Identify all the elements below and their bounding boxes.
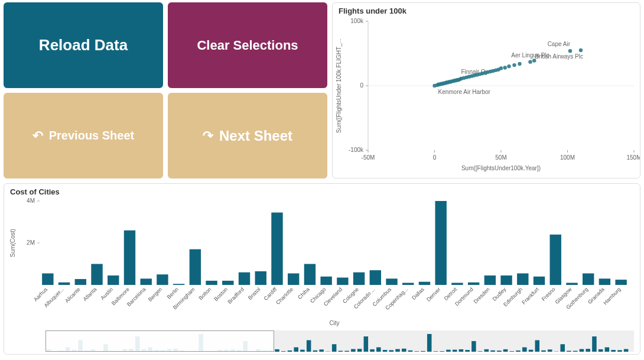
svg-rect-237 <box>624 349 629 352</box>
svg-text:150M: 150M <box>626 154 640 161</box>
svg-rect-192 <box>339 351 343 352</box>
svg-rect-75 <box>58 283 70 285</box>
svg-rect-214 <box>478 351 483 352</box>
svg-rect-131 <box>517 273 528 285</box>
button-label: Next Sheet <box>219 128 292 144</box>
svg-text:Sum([FlightsUnder100k.Year]): Sum([FlightsUnder100k.Year]) <box>461 165 541 171</box>
scatter-plot[interactable]: 100k0-100k-50M050M100M150MSum([FlightsUn… <box>333 15 640 174</box>
svg-rect-123 <box>451 283 463 285</box>
svg-rect-113 <box>370 270 381 285</box>
svg-rect-81 <box>108 275 119 285</box>
svg-rect-97 <box>239 273 250 285</box>
overview-window[interactable] <box>45 330 274 352</box>
cost-of-cities-chart[interactable]: Cost of Cities 4M2MSum(Cost)AarhusAlbuqu… <box>4 183 640 355</box>
svg-text:100k: 100k <box>350 18 364 24</box>
svg-text:Austin: Austin <box>99 286 114 301</box>
button-label: Reload Data <box>39 36 128 54</box>
svg-rect-141 <box>599 278 610 285</box>
svg-rect-227 <box>560 344 565 352</box>
svg-rect-105 <box>304 264 316 286</box>
svg-text:-100k: -100k <box>349 147 364 153</box>
svg-rect-211 <box>459 349 464 352</box>
svg-rect-231 <box>586 349 590 352</box>
svg-rect-209 <box>446 350 451 352</box>
svg-text:City: City <box>329 320 339 326</box>
svg-point-57 <box>503 66 507 69</box>
svg-text:0: 0 <box>360 82 363 89</box>
svg-text:Bolton: Bolton <box>197 286 212 301</box>
svg-rect-218 <box>503 349 508 352</box>
svg-rect-184 <box>288 351 292 352</box>
svg-rect-235 <box>611 350 616 352</box>
svg-rect-182 <box>275 349 279 352</box>
svg-rect-225 <box>548 349 552 352</box>
svg-rect-212 <box>465 350 470 352</box>
svg-point-58 <box>507 64 510 68</box>
svg-text:Sum([FlightsUnder 100k.FLIGHT_: Sum([FlightsUnder 100k.FLIGHT_... <box>336 38 342 133</box>
svg-rect-194 <box>351 349 356 352</box>
svg-rect-224 <box>541 351 546 352</box>
svg-rect-206 <box>427 334 432 352</box>
svg-rect-215 <box>484 349 489 352</box>
svg-rect-87 <box>157 274 168 285</box>
svg-rect-202 <box>402 349 406 352</box>
svg-rect-210 <box>453 350 457 352</box>
svg-text:Kenmore Air Harbor: Kenmore Air Harbor <box>438 89 491 95</box>
clear-selections-button[interactable]: Clear Selections <box>168 2 327 88</box>
svg-rect-201 <box>395 349 400 352</box>
svg-point-61 <box>528 60 532 63</box>
chart-title: Flights under 100k <box>333 3 640 15</box>
svg-text:0: 0 <box>433 154 437 161</box>
svg-rect-219 <box>510 351 515 352</box>
svg-text:Cape Air: Cape Air <box>548 41 571 47</box>
svg-rect-187 <box>307 340 311 352</box>
bar-chart[interactable]: 4M2MSum(Cost)AarhusAlbuquer...AlicanteAt… <box>4 196 635 326</box>
chart-title: Cost of Cities <box>4 184 640 196</box>
svg-rect-197 <box>370 349 375 352</box>
next-sheet-button[interactable]: ↷ Next Sheet <box>168 93 327 179</box>
svg-rect-196 <box>364 336 369 352</box>
svg-text:Chiba: Chiba <box>297 286 311 300</box>
svg-rect-91 <box>190 249 201 285</box>
svg-point-56 <box>499 66 503 70</box>
svg-rect-73 <box>42 273 53 285</box>
svg-rect-107 <box>320 277 331 285</box>
svg-text:4M: 4M <box>27 197 35 204</box>
previous-sheet-button[interactable]: ↶ Previous Sheet <box>4 93 163 179</box>
svg-rect-199 <box>383 350 388 352</box>
svg-text:-50M: -50M <box>362 154 375 161</box>
svg-rect-208 <box>440 351 444 352</box>
svg-rect-229 <box>573 351 578 352</box>
svg-text:Atlanta: Atlanta <box>82 286 98 302</box>
svg-rect-115 <box>386 278 397 285</box>
svg-rect-99 <box>255 271 266 285</box>
svg-rect-83 <box>124 231 135 285</box>
undo-arrow-icon: ↶ <box>32 128 43 144</box>
svg-rect-222 <box>529 350 534 352</box>
svg-rect-127 <box>484 275 496 285</box>
chart-overview-scrollbar[interactable] <box>45 330 634 352</box>
svg-point-59 <box>512 63 516 67</box>
redo-arrow-icon: ↷ <box>203 128 213 144</box>
svg-text:Dresden: Dresden <box>473 286 491 304</box>
svg-text:Bradford: Bradford <box>226 286 245 304</box>
svg-text:100M: 100M <box>560 154 575 161</box>
svg-text:Fresno: Fresno <box>541 286 557 302</box>
svg-text:Dudley: Dudley <box>492 286 508 302</box>
svg-rect-232 <box>592 336 597 352</box>
svg-text:Boston: Boston <box>213 286 229 302</box>
svg-rect-223 <box>535 340 540 352</box>
flights-under-100k-chart[interactable]: Flights under 100k 100k0-100k-50M050M100… <box>332 2 640 179</box>
reload-data-button[interactable]: Reload Data <box>4 2 163 88</box>
svg-point-60 <box>518 62 521 66</box>
svg-text:Frankfurt: Frankfurt <box>521 286 540 306</box>
svg-rect-200 <box>389 350 394 352</box>
svg-rect-139 <box>583 273 594 285</box>
svg-rect-216 <box>490 351 495 352</box>
svg-rect-85 <box>140 278 151 285</box>
svg-rect-198 <box>376 348 381 352</box>
svg-rect-188 <box>313 351 318 352</box>
svg-rect-119 <box>419 282 430 285</box>
svg-rect-137 <box>566 283 577 285</box>
svg-point-66 <box>579 48 583 52</box>
